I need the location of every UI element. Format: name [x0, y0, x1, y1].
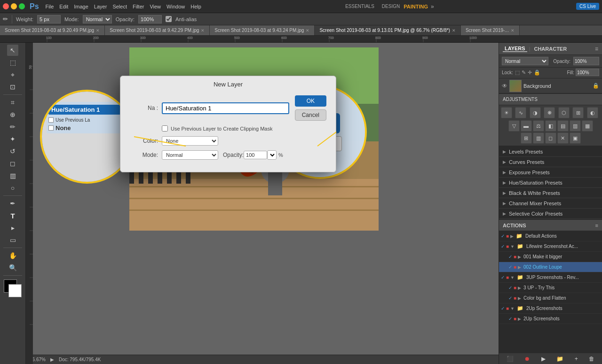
adj-curves-icon[interactable]: ∿ [515, 107, 526, 118]
actions-new-set-icon[interactable]: 📁 [556, 356, 563, 362]
workspace-painting[interactable]: PAINTING [404, 4, 428, 9]
action-expand-7[interactable]: ▼ [510, 306, 515, 311]
menu-item-filter[interactable]: Filter [133, 4, 144, 9]
tab-layers[interactable]: LAYERS [503, 46, 527, 52]
layer-item-background[interactable]: 👁 Background 🔒 [499, 78, 602, 93]
adj-exposure-icon[interactable]: ◑ [530, 107, 541, 118]
adj-gradient-map-icon[interactable]: ▥ [570, 120, 581, 132]
dialog-opacity-stepper[interactable] [267, 150, 277, 160]
tab-2[interactable]: Screen Shot 2019-08-03 at 9.43.24 PM.jpg… [210, 25, 315, 36]
adj-bw-icon[interactable]: ◐ [587, 107, 598, 118]
action-item-default-actions[interactable]: ✓ ■ ▶ 📁 Default Actions [499, 231, 602, 241]
dialog-opacity-input[interactable] [244, 151, 267, 159]
tab-0-close[interactable]: ✕ [96, 28, 100, 33]
adj-film-icon[interactable]: ▬ [521, 120, 532, 132]
zoom-tool[interactable]: 🔍 [7, 262, 18, 273]
dialog-clipping-checkbox[interactable] [162, 125, 168, 132]
action-expand-6[interactable]: ▶ [518, 296, 521, 301]
tab-4[interactable]: Screen Shot 2019-... ✕ [461, 25, 520, 36]
menu-item-select[interactable]: Select [112, 4, 127, 9]
preset-item-4[interactable]: ▶ Black & White Presets [499, 188, 602, 198]
menu-item-layer[interactable]: Layer [94, 4, 107, 9]
action-expand-1[interactable]: ▼ [510, 244, 515, 249]
blend-mode-select[interactable]: Normal [502, 57, 548, 65]
adj-delete-icon[interactable]: ✕ [557, 132, 569, 144]
tab-3[interactable]: Screen Shot 2019-08-03 at 9.13.01 PM.jpg… [315, 25, 461, 36]
adj-color-balance-icon[interactable]: ⊞ [572, 107, 584, 118]
adj-new-icon[interactable]: ⊞ [521, 132, 532, 144]
lasso-tools[interactable]: ⌖ [7, 69, 18, 80]
dialog-cancel-button[interactable]: Cancel [295, 109, 326, 121]
anti-alias-checkbox[interactable] [166, 16, 172, 22]
opacity-input[interactable] [138, 15, 162, 23]
action-item-002[interactable]: ✓ ■ ▶ 002 Outline Loupe [499, 262, 602, 272]
gradient-tool[interactable]: ▥ [7, 170, 18, 181]
menu-item-image[interactable]: Image [74, 4, 88, 9]
hand-tool[interactable]: ✋ [7, 250, 18, 261]
actions-panel-menu-icon[interactable]: ≡ [595, 223, 598, 228]
brush-tool[interactable]: ✏ [7, 121, 18, 132]
tab-0[interactable]: Screen Shot 2019-08-03 at 9.20.49 PM.jpg… [0, 25, 105, 36]
action-expand-3[interactable]: ▶ [518, 265, 521, 270]
menu-item-view[interactable]: View [150, 4, 161, 9]
opacity-value-input[interactable] [573, 57, 599, 65]
workspace-essentials[interactable]: ESSENTIALS [345, 4, 374, 9]
action-expand-5[interactable]: ▶ [518, 286, 521, 290]
blur-tool[interactable]: ○ [7, 182, 18, 194]
tab-2-close[interactable]: ✕ [306, 28, 309, 33]
layers-panel-menu-icon[interactable]: ≡ [595, 46, 598, 52]
workspace-design[interactable]: DESIGN [382, 4, 400, 9]
lock-image-icon[interactable]: ✎ [522, 70, 526, 76]
actions-record-icon[interactable]: ⏺ [524, 356, 530, 362]
fill-input[interactable] [576, 69, 599, 76]
move-tool[interactable]: ↖ [7, 45, 18, 56]
preset-item-2[interactable]: ▶ Exposure Presets [499, 167, 602, 178]
adj-view-icon[interactable]: ◻ [545, 132, 556, 144]
action-expand-2[interactable]: ▶ [518, 255, 521, 259]
adj-hue-icon[interactable]: ⬡ [558, 107, 570, 118]
color-picker[interactable] [4, 279, 22, 297]
preset-item-0[interactable]: ▶ Levels Presets [499, 147, 602, 157]
dialog-ok-button[interactable]: OK [295, 95, 326, 107]
path-select-tool[interactable]: ▸ [7, 222, 18, 233]
action-item-color-bg[interactable]: ✓ ■ ▶ Color bg and Flatten [499, 293, 602, 303]
menu-item-edit[interactable]: Edit [59, 4, 68, 9]
adj-vibrance-icon[interactable]: ❋ [544, 107, 555, 118]
cs-live-button[interactable]: CS Live [576, 3, 599, 10]
actions-play-icon[interactable]: ▶ [541, 356, 546, 362]
lock-all-icon[interactable]: 🔒 [534, 70, 540, 76]
zoom-arrow[interactable]: ▶ [50, 357, 54, 362]
action-item-2up-action[interactable]: ✓ ■ ▶ 2Up Screenshots [499, 314, 602, 324]
eraser-tool[interactable]: ◻ [7, 158, 18, 169]
crop-tool[interactable]: ⊡ [7, 81, 18, 93]
adj-path-icon[interactable]: ▽ [508, 120, 520, 132]
dialog-color-select[interactable]: None Red Orange Yellow Green Blue Violet… [162, 136, 218, 146]
action-expand-8[interactable]: ▶ [518, 317, 521, 321]
adj-threshold-icon[interactable]: ◧ [545, 120, 556, 132]
preset-item-1[interactable]: ▶ Curves Presets [499, 157, 602, 167]
adj-info-icon[interactable]: ▣ [570, 132, 581, 144]
tab-3-close[interactable]: ✕ [452, 28, 456, 33]
adj-posterize-icon[interactable]: ▤ [557, 120, 569, 132]
action-item-001[interactable]: ✓ ■ ▶ 001 Make it bigger [499, 252, 602, 262]
background-color[interactable] [8, 284, 22, 297]
preset-item-6[interactable]: ▶ Selective Color Presets [499, 209, 602, 219]
eyedropper-tool[interactable]: ⌗ [7, 97, 18, 108]
tab-1[interactable]: Screen Shot 2019-08-03 at 9.42.29 PM.jpg… [105, 25, 210, 36]
more-workspaces-icon[interactable]: » [431, 3, 434, 10]
actions-delete-icon[interactable]: 🗑 [589, 356, 594, 362]
mode-select[interactable]: Normal [83, 15, 112, 23]
minimize-button[interactable] [11, 3, 17, 9]
dialog-name-input[interactable] [162, 102, 289, 114]
selection-tools[interactable]: ⬚ [7, 57, 18, 68]
action-item-3up-folder[interactable]: ✓ ■ ▼ 📁 3UP Screenshots - Rev... [499, 272, 602, 283]
adj-scale-icon[interactable]: ⚖ [533, 120, 544, 132]
tab-character[interactable]: CHARACTER [532, 46, 569, 52]
layer-visibility-icon[interactable]: 👁 [502, 83, 507, 89]
clone-stamp-tool[interactable]: ✦ [7, 133, 18, 145]
type-tool[interactable]: T [7, 210, 18, 221]
menu-item-help[interactable]: Help [190, 4, 201, 9]
action-item-3up-try[interactable]: ✓ ■ ▶ 3 UP - Try This [499, 283, 602, 293]
actions-new-action-icon[interactable]: + [575, 356, 578, 362]
preset-item-5[interactable]: ▶ Channel Mixer Presets [499, 198, 602, 209]
